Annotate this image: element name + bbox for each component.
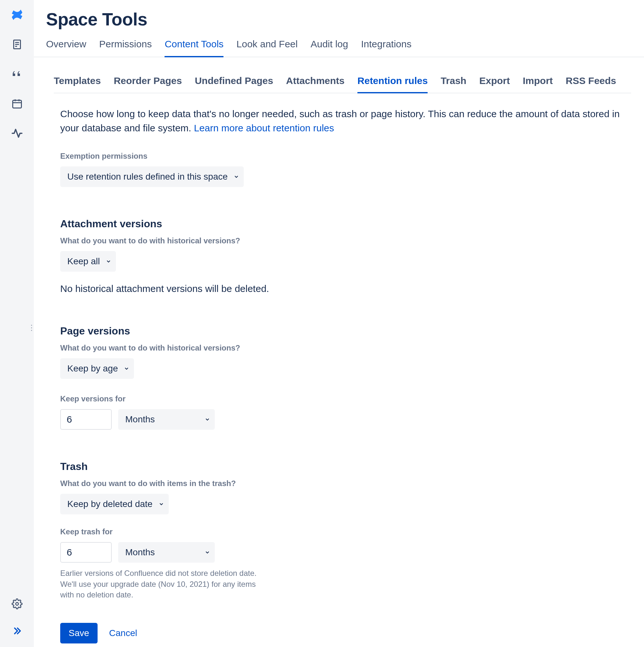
sub-tabs: Templates Reorder Pages Undefined Pages … [54,75,631,93]
main-content: Space Tools Overview Permissions Content… [34,0,644,647]
tab-content-tools[interactable]: Content Tools [165,39,223,57]
subtab-export[interactable]: Export [479,75,510,93]
exemption-select[interactable]: Use retention rules defined in this spac… [60,166,244,187]
svg-point-8 [15,602,18,605]
tab-permissions[interactable]: Permissions [99,39,152,57]
trash-mode-value: Keep by deleted date [67,499,153,509]
attachment-mode-value: Keep all [67,256,100,267]
attachment-question: What do you want to do with historical v… [60,236,621,245]
subtab-reorder-pages[interactable]: Reorder Pages [114,75,182,93]
cancel-button[interactable]: Cancel [107,623,140,643]
top-tabs: Overview Permissions Content Tools Look … [34,39,644,57]
chevron-down-icon [204,550,210,555]
exemption-value: Use retention rules defined in this spac… [67,171,228,182]
trash-keepfor-input[interactable] [60,542,112,563]
trash-question: What do you want to do with items in the… [60,479,621,488]
tab-audit-log[interactable]: Audit log [310,39,348,57]
trash-keepfor-label: Keep trash for [60,527,621,536]
expand-sidebar-icon[interactable] [9,623,25,639]
subtab-import[interactable]: Import [523,75,553,93]
intro-body: Choose how long to keep data that's no l… [60,109,620,133]
tab-integrations[interactable]: Integrations [361,39,411,57]
page-versions-unit-value: Months [125,414,155,425]
page-versions-title: Page versions [60,325,621,337]
trash-unit-value: Months [125,547,155,558]
attachment-section: Attachment versions What do you want to … [60,218,621,294]
subtab-rss-feeds[interactable]: RSS Feeds [566,75,616,93]
chevron-down-icon [124,366,129,371]
chevron-down-icon [234,174,239,179]
trash-section: Trash What do you want to do with items … [60,460,621,600]
chevron-down-icon [204,417,210,422]
exemption-section: Exemption permissions Use retention rule… [60,152,621,187]
subtab-trash[interactable]: Trash [441,75,466,93]
trash-mode-select[interactable]: Keep by deleted date [60,494,169,514]
subtab-retention-rules[interactable]: Retention rules [358,75,428,93]
page-versions-mode-value: Keep by age [67,363,118,374]
page-title: Space Tools [46,9,644,29]
subtab-attachments[interactable]: Attachments [286,75,344,93]
gear-icon[interactable] [9,596,25,612]
chevron-down-icon [158,501,164,507]
save-button[interactable]: Save [60,623,98,643]
calendar-icon[interactable] [9,96,25,112]
confluence-logo-icon[interactable] [9,7,25,22]
page-versions-mode-select[interactable]: Keep by age [60,358,134,379]
subtab-templates[interactable]: Templates [54,75,101,93]
trash-title: Trash [60,460,621,473]
exemption-label: Exemption permissions [60,152,621,161]
activity-icon[interactable] [9,126,25,141]
tab-overview[interactable]: Overview [46,39,86,57]
learn-more-link[interactable]: Learn more about retention rules [194,123,334,133]
page-icon[interactable] [9,37,25,52]
tab-look-and-feel[interactable]: Look and Feel [236,39,298,57]
attachment-mode-select[interactable]: Keep all [60,251,116,272]
chevron-down-icon [106,259,112,264]
svg-rect-4 [12,100,21,108]
page-versions-keepfor-input[interactable] [60,409,112,430]
quote-icon[interactable] [9,66,25,82]
attachment-title: Attachment versions [60,218,621,230]
attachment-hint: No historical attachment versions will b… [60,283,621,294]
intro-text: Choose how long to keep data that's no l… [60,107,621,135]
form-actions: Save Cancel [60,623,621,643]
trash-footnote: Earlier versions of Confluence did not s… [60,568,260,600]
subtab-undefined-pages[interactable]: Undefined Pages [195,75,273,93]
page-versions-section: Page versions What do you want to do wit… [60,325,621,430]
page-versions-keepfor-label: Keep versions for [60,394,621,403]
trash-unit-select[interactable]: Months [118,542,215,563]
page-versions-unit-select[interactable]: Months [118,409,215,430]
page-versions-question: What do you want to do with historical v… [60,344,621,353]
